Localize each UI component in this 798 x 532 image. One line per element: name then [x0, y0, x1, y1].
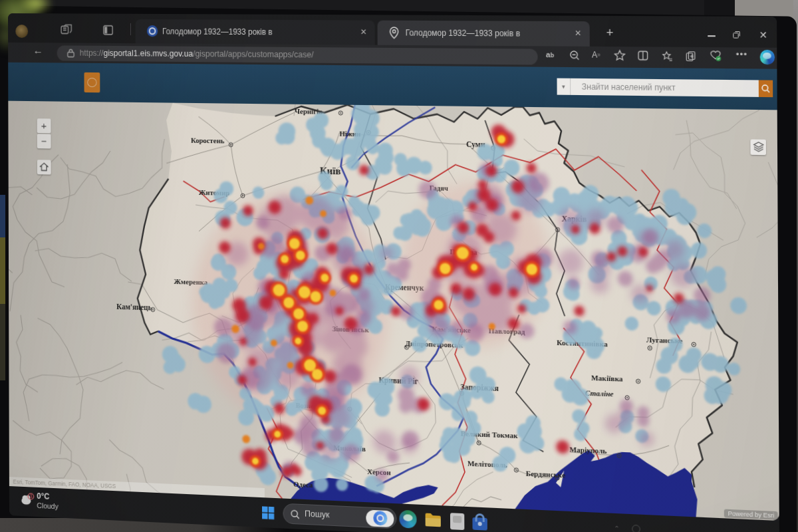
svg-text:1: 1 — [30, 494, 33, 499]
svg-text:Одеса: Одеса — [293, 480, 313, 489]
svg-text:Сталіне: Сталіне — [585, 389, 614, 398]
svg-text:Маріуполь: Маріуполь — [569, 446, 606, 455]
svg-text:Коростень: Коростень — [191, 136, 225, 144]
svg-text:Кам'янець: Кам'янець — [116, 302, 152, 311]
svg-text:Макіївка: Макіївка — [591, 374, 623, 383]
